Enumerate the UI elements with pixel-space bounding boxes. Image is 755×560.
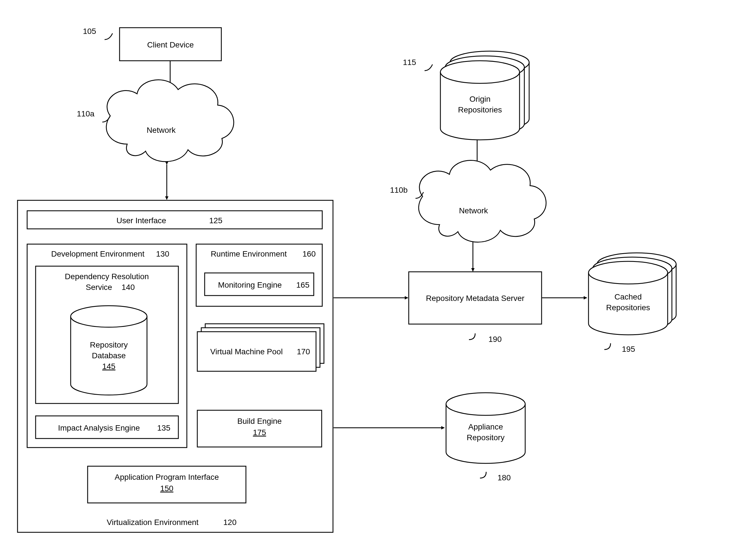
- repository-database-node: Repository Database 145: [71, 306, 147, 395]
- virtual-machine-pool-ref: 170: [297, 347, 310, 356]
- user-interface-node: User Interface 125: [27, 211, 322, 229]
- monitoring-engine-label: Monitoring Engine: [218, 281, 282, 289]
- virtualization-environment-label: Virtualization Environment: [107, 518, 199, 527]
- runtime-environment-ref: 160: [303, 249, 316, 258]
- monitoring-engine-ref: 165: [296, 281, 310, 289]
- cached-repositories-node: Cached Repositories 195: [588, 253, 676, 354]
- monitoring-engine-node: Monitoring Engine 165: [205, 273, 314, 296]
- metadata-server-label: Repository Metadata Server: [426, 294, 525, 303]
- dependency-resolution-ref: 140: [121, 283, 135, 292]
- appliance-repository-node: Appliance Repository 180: [446, 393, 525, 482]
- origin-repositories-label2: Repositories: [458, 105, 502, 114]
- metadata-server-ref: 190: [488, 335, 502, 344]
- impact-analysis-ref: 135: [157, 423, 171, 432]
- dependency-resolution-label2: Service: [86, 283, 112, 292]
- impact-analysis-label: Impact Analysis Engine: [58, 423, 140, 432]
- origin-repositories-label1: Origin: [469, 95, 491, 103]
- network-b-ref: 110b: [390, 186, 408, 194]
- network-b-label: Network: [459, 206, 488, 215]
- virtualization-environment-ref: 120: [223, 518, 237, 527]
- runtime-environment-label: Runtime Environment: [211, 249, 287, 258]
- user-interface-ref: 125: [209, 216, 222, 225]
- virtual-machine-pool-node: Virtual Machine Pool 170: [197, 324, 324, 371]
- origin-repositories-ref: 115: [403, 58, 416, 67]
- appliance-repository-label2: Repository: [467, 433, 505, 442]
- api-label: Application Program Interface: [115, 473, 219, 481]
- repository-database-ref: 145: [102, 362, 116, 371]
- origin-repositories-node: Origin Repositories 115: [403, 51, 529, 140]
- user-interface-label: User Interface: [116, 216, 166, 225]
- appliance-repository-label1: Appliance: [468, 422, 503, 431]
- metadata-server-node: Repository Metadata Server 190: [409, 272, 542, 344]
- dependency-resolution-label1: Dependency Resolution: [65, 272, 149, 281]
- svg-point-15: [446, 393, 525, 415]
- repository-database-label2: Database: [92, 351, 126, 360]
- client-device-node: Client Device 105: [83, 27, 221, 61]
- svg-point-14: [588, 261, 667, 284]
- development-environment-ref: 130: [156, 249, 169, 258]
- cached-repositories-label1: Cached: [615, 293, 642, 301]
- client-device-ref: 105: [83, 27, 96, 36]
- build-engine-node: Build Engine 175: [197, 410, 322, 447]
- network-a-node: Network 110a: [77, 80, 234, 161]
- appliance-repository-ref: 180: [498, 473, 511, 482]
- development-environment-label: Development Environment: [51, 249, 144, 258]
- network-b-node: Network 110b: [390, 160, 546, 242]
- repository-database-label1: Repository: [90, 340, 128, 349]
- api-ref: 150: [160, 484, 174, 493]
- build-engine-ref: 175: [253, 428, 266, 437]
- svg-rect-17: [27, 211, 322, 229]
- svg-point-10: [440, 61, 520, 83]
- cached-repositories-ref: 195: [622, 345, 635, 354]
- cached-repositories-label2: Repositories: [606, 303, 650, 312]
- impact-analysis-node: Impact Analysis Engine 135: [36, 416, 178, 439]
- network-a-label: Network: [147, 126, 176, 135]
- build-engine-label: Build Engine: [237, 417, 282, 425]
- network-a-ref: 110a: [77, 109, 95, 118]
- virtual-machine-pool-label: Virtual Machine Pool: [210, 347, 283, 356]
- svg-point-20: [71, 306, 147, 327]
- api-node: Application Program Interface 150: [88, 466, 246, 503]
- client-device-label: Client Device: [147, 40, 194, 49]
